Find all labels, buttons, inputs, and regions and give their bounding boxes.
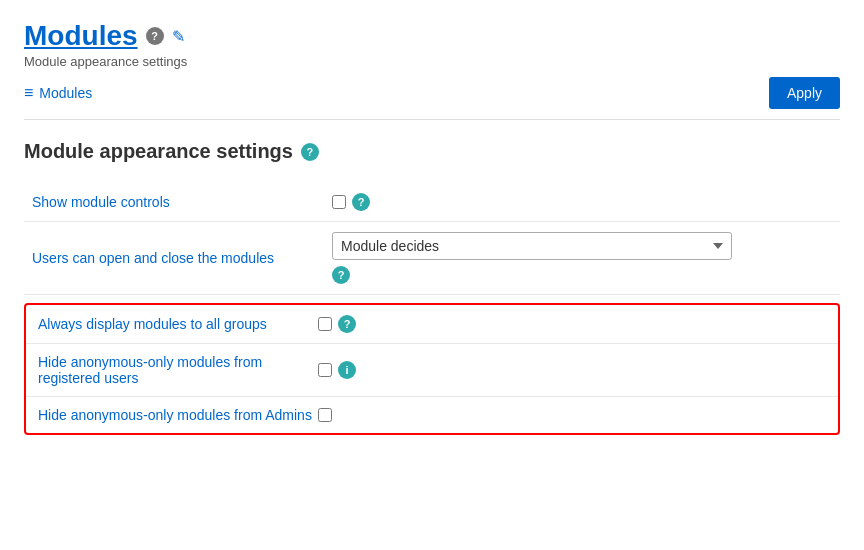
select-users-open-close[interactable]: Module decides Yes No	[332, 232, 732, 260]
page-title-group: Modules ? ✎	[24, 20, 840, 52]
checkbox-hide-anonymous-admins[interactable]	[318, 408, 332, 422]
hs-label-always-display: Always display modules to all groups	[38, 316, 318, 332]
page-subtitle: Module appearance settings	[24, 54, 840, 69]
hs-controls-hide-anonymous-admins	[318, 408, 332, 422]
section-title-group: Module appearance settings ?	[24, 140, 840, 163]
edit-icon[interactable]: ✎	[172, 27, 185, 46]
setting-row-users-open-close: Users can open and close the modules Mod…	[24, 222, 840, 295]
breadcrumb-link[interactable]: ≡ Modules	[24, 84, 92, 102]
breadcrumb-bar: ≡ Modules Apply	[24, 77, 840, 120]
hs-label-hide-anonymous-admins: Hide anonymous-only modules from Admins	[38, 407, 318, 423]
checkbox-show-module-controls[interactable]	[332, 195, 346, 209]
list-icon: ≡	[24, 84, 33, 102]
apply-button[interactable]: Apply	[769, 77, 840, 109]
help-icon-users-open-close[interactable]: ?	[332, 266, 350, 284]
help-icon-show-module-controls[interactable]: ?	[352, 193, 370, 211]
hs-controls-hide-anonymous-registered: i	[318, 361, 356, 379]
checkbox-hide-anonymous-registered[interactable]	[318, 363, 332, 377]
info-icon-hide-anonymous-registered[interactable]: i	[338, 361, 356, 379]
help-icon-always-display[interactable]: ?	[338, 315, 356, 333]
highlighted-section: Always display modules to all groups ? H…	[24, 303, 840, 435]
section-title: Module appearance settings	[24, 140, 293, 163]
section-help-icon[interactable]: ?	[301, 143, 319, 161]
hs-row-hide-anonymous-registered: Hide anonymous-only modules from registe…	[26, 344, 838, 397]
control-show-module-controls: ?	[332, 193, 832, 211]
setting-label-users-open-close: Users can open and close the modules	[24, 222, 324, 295]
setting-row-show-module-controls: Show module controls ?	[24, 183, 840, 222]
hs-row-hide-anonymous-admins: Hide anonymous-only modules from Admins	[26, 397, 838, 433]
setting-label-show-module-controls: Show module controls	[24, 183, 324, 222]
page-title[interactable]: Modules	[24, 20, 138, 52]
hs-label-hide-anonymous-registered: Hide anonymous-only modules from registe…	[38, 354, 318, 386]
hs-controls-always-display: ?	[318, 315, 356, 333]
checkbox-always-display[interactable]	[318, 317, 332, 331]
hs-row-always-display: Always display modules to all groups ?	[26, 305, 838, 344]
settings-table: Show module controls ? Users can open an…	[24, 183, 840, 295]
title-help-icon[interactable]: ?	[146, 27, 164, 45]
breadcrumb-label: Modules	[39, 85, 92, 101]
control-users-open-close: Module decides Yes No	[332, 232, 832, 260]
